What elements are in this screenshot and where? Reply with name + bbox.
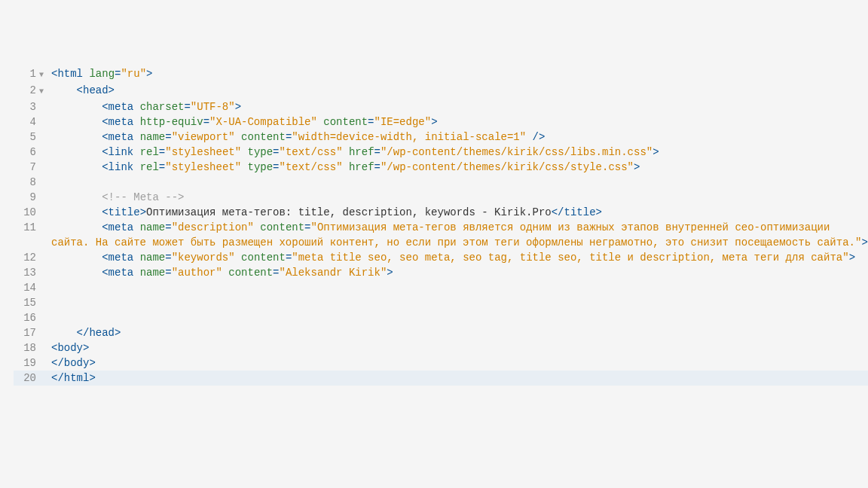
fold-toggle-icon <box>39 355 50 357</box>
token-tag: <head> <box>77 84 115 96</box>
code-content[interactable]: <head> <box>50 83 868 98</box>
token-txt <box>133 116 139 128</box>
code-line[interactable]: 19</body> <box>14 355 868 371</box>
token-txt <box>133 131 139 143</box>
line-number: 18 <box>14 340 39 355</box>
token-tag: = <box>184 101 190 113</box>
token-tag: > <box>146 68 152 80</box>
line-number: 11 <box>14 220 39 235</box>
code-content[interactable] <box>50 175 868 190</box>
code-content[interactable]: <!-- Meta --> <box>50 190 868 205</box>
token-tag: = <box>374 161 381 173</box>
line-number: 2 <box>14 83 39 98</box>
code-line[interactable]: 16 <box>14 310 868 325</box>
code-line[interactable]: 5 <meta name="viewport" content="width=d… <box>14 130 868 145</box>
code-line[interactable]: 15 <box>14 295 868 310</box>
code-line[interactable]: 6 <link rel="stylesheet" type="text/css"… <box>14 145 868 160</box>
code-content[interactable]: <meta name="author" content="Aleksandr K… <box>50 265 868 280</box>
token-attr: rel <box>140 161 159 173</box>
code-content[interactable]: <link rel="stylesheet" type="text/css" h… <box>50 145 868 160</box>
code-line[interactable]: 1▼<html lang="ru"> <box>14 66 868 83</box>
code-content[interactable] <box>50 310 868 325</box>
token-str: "stylesheet" <box>165 161 241 173</box>
token-str: "width=device-width, initial-scale=1" <box>292 131 526 143</box>
token-attr: charset <box>140 101 185 113</box>
token-tag: > <box>653 146 659 158</box>
token-tag: </title> <box>552 206 602 218</box>
token-tag: > <box>431 116 437 128</box>
code-content[interactable]: </head> <box>50 325 868 340</box>
token-tag: = <box>203 116 209 128</box>
token-tag: = <box>165 131 171 143</box>
fold-toggle-icon <box>39 371 50 372</box>
line-number: 1 <box>14 66 39 81</box>
code-content[interactable] <box>50 295 868 310</box>
token-tag: <link <box>102 161 133 173</box>
code-line[interactable]: 2▼ <head> <box>14 83 868 99</box>
code-content[interactable]: </body> <box>50 355 868 371</box>
token-txt <box>133 252 139 264</box>
token-str: "ru" <box>121 68 146 80</box>
code-content[interactable]: <link rel="stylesheet" type="text/css" h… <box>50 160 868 175</box>
token-attr: type <box>248 146 274 158</box>
code-line[interactable]: 14 <box>14 280 868 295</box>
line-number: 8 <box>14 175 39 190</box>
code-content[interactable] <box>50 280 868 295</box>
code-editor[interactable]: 1▼<html lang="ru">2▼ <head>3 <meta chars… <box>0 0 868 386</box>
code-line[interactable]: 8 <box>14 175 868 190</box>
fold-toggle-icon <box>39 160 50 161</box>
token-cmt: <!-- Meta --> <box>102 191 184 203</box>
token-txt <box>133 267 139 279</box>
token-txt <box>343 146 349 158</box>
code-line[interactable]: 13 <meta name="author" content="Aleksand… <box>14 265 868 280</box>
code-content[interactable]: <html lang="ru"> <box>50 66 868 81</box>
code-content[interactable]: <title>Оптимизация мета-тегов: title, de… <box>50 205 868 220</box>
line-number: 12 <box>14 250 39 265</box>
code-content[interactable]: <meta name="keywords" content="meta titl… <box>50 250 868 265</box>
fold-toggle-icon <box>39 205 50 206</box>
token-attr: content <box>241 252 286 264</box>
code-content[interactable]: <meta charset="UTF-8"> <box>50 99 868 114</box>
fold-toggle-icon[interactable]: ▼ <box>39 83 50 99</box>
token-attr: rel <box>140 146 159 158</box>
token-tag: > <box>235 101 241 113</box>
token-tag: = <box>273 161 279 173</box>
token-tag: </head> <box>77 327 121 339</box>
fold-toggle-icon[interactable]: ▼ <box>39 66 50 83</box>
token-tag: = <box>159 146 165 158</box>
code-line[interactable]: 17 </head> <box>14 325 868 340</box>
token-txt <box>241 161 247 173</box>
code-line[interactable]: 7 <link rel="stylesheet" type="text/css"… <box>14 160 868 175</box>
token-txt <box>133 161 139 173</box>
code-line[interactable]: 4 <meta http-equiv="X-UA-Compatible" con… <box>14 114 868 130</box>
token-tag: </html> <box>51 372 96 384</box>
fold-toggle-icon <box>39 295 50 297</box>
code-line[interactable]: 20</html> <box>14 371 868 386</box>
code-line[interactable]: 18<body> <box>14 340 868 355</box>
token-attr: content <box>228 267 273 279</box>
token-tag: <meta <box>102 131 133 143</box>
token-tag: <meta <box>102 267 133 279</box>
code-content[interactable]: <meta name="viewport" content="width=dev… <box>50 130 868 145</box>
token-txt <box>235 252 241 264</box>
code-content[interactable]: <body> <box>50 340 868 355</box>
token-str: "X-UA-Compatible" <box>209 116 317 128</box>
code-content[interactable]: <meta name="description" content="Оптими… <box>50 220 868 250</box>
code-line[interactable]: 3 <meta charset="UTF-8"> <box>14 99 868 114</box>
token-attr: http-equiv <box>140 116 203 128</box>
code-line[interactable]: 9 <!-- Meta --> <box>14 190 868 205</box>
token-txt <box>241 146 247 158</box>
code-content[interactable]: <meta http-equiv="X-UA-Compatible" conte… <box>50 114 868 130</box>
code-content[interactable]: </html> <box>50 371 868 386</box>
code-line[interactable]: 10 <title>Оптимизация мета-тегов: title,… <box>14 205 868 220</box>
token-attr: name <box>140 221 166 233</box>
code-line[interactable]: 12 <meta name="keywords" content="meta t… <box>14 250 868 265</box>
token-str: "author" <box>172 267 222 279</box>
token-attr: content <box>323 116 368 128</box>
fold-toggle-icon <box>39 190 50 191</box>
code-line[interactable]: 11 <meta name="description" content="Опт… <box>14 220 868 250</box>
line-number: 3 <box>14 99 39 114</box>
token-tag: </body> <box>51 357 96 369</box>
token-tag: = <box>368 116 374 128</box>
token-str: "viewport" <box>172 131 235 143</box>
